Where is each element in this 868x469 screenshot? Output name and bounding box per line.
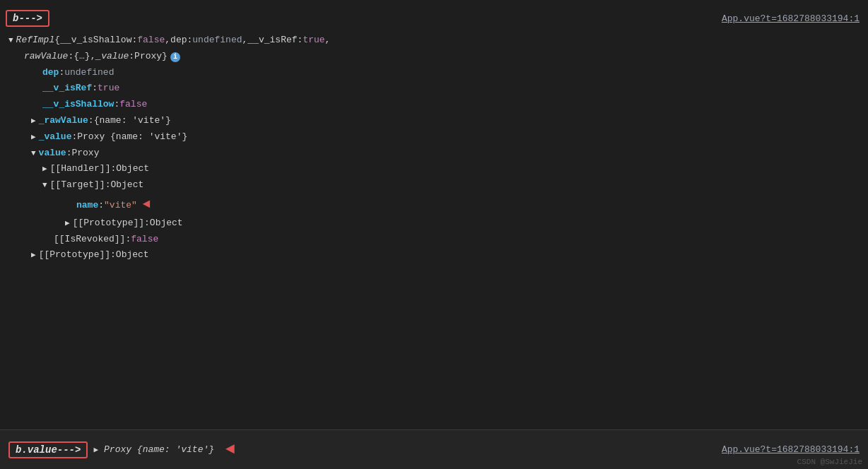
v-isshallow-key: __v_isShallow [42, 97, 114, 112]
handler-line: [[Handler]] : Object [8, 161, 868, 177]
summary-v-isshallow-val: false [137, 33, 165, 48]
top-bar: b---> App.vue?t=1682788033194:1 [0, 6, 868, 31]
value-proxy-key: _value [39, 130, 72, 145]
name-line: name : "vite" ◄ [8, 194, 868, 215]
prototype2-line: [[Prototype]] : Object [8, 247, 868, 263]
bottom-arrow-red: ◄ [225, 441, 235, 458]
isrevoked-key: [[IsRevoked]] [54, 232, 125, 247]
value-line: value : Proxy [8, 146, 868, 162]
isrevoked-val: false [131, 232, 158, 247]
top-file-link[interactable]: App.vue?t=1682788033194:1 [722, 13, 860, 24]
dep-key: dep [42, 66, 59, 81]
summary-v-isshallow-key: __v_isShallow [60, 33, 131, 48]
watermark: CSDN @SwJieJie [797, 458, 862, 466]
v-isref-val: true [98, 81, 119, 96]
bottom-left: b.value---> ▶ Proxy {name: 'vite'} ◄ [8, 441, 235, 458]
summary-dep-val: undefined [192, 33, 242, 48]
target-key: [[Target]] [50, 178, 105, 193]
refimpl-label: RefImpl [16, 33, 55, 48]
prototype1-line: [[Prototype]] : Object [8, 215, 868, 232]
tree-container: RefImpl { __v_isShallow : false , dep : … [0, 31, 868, 265]
summary-dep-key: dep [170, 33, 187, 48]
refimpl-toggle[interactable] [8, 35, 13, 47]
dep-line: dep : undefined [8, 65, 868, 81]
bottom-bar: b.value---> ▶ Proxy {name: 'vite'} ◄ App… [0, 429, 868, 469]
handler-key: [[Handler]] [50, 162, 111, 177]
refimpl-summary-line2: rawValue : {…} , _value : Proxy } i [8, 49, 868, 65]
v-isref-key: __v_isRef [42, 81, 92, 96]
summary-v-isref-val: true [303, 33, 324, 48]
isrevoked-line: [[IsRevoked]] : false [8, 232, 868, 248]
v-isshallow-val: false [119, 97, 147, 112]
info-icon[interactable]: i [170, 52, 180, 62]
bottom-value-section: ▶ Proxy {name: 'vite'} [93, 444, 214, 455]
prototype2-key: [[Prototype]] [39, 248, 110, 263]
prototype1-val: Object [150, 216, 183, 231]
v-isshallow-line: __v_isShallow : false [8, 97, 868, 113]
rawvalue-toggle[interactable] [31, 115, 36, 128]
target-val: Object [110, 178, 143, 193]
name-arrow: ◄ [143, 194, 151, 215]
rawvalue-line: _rawValue : {name: 'vite'} [8, 113, 868, 129]
prototype2-val: Object [116, 248, 149, 263]
top-expression-badge: b---> [6, 10, 49, 27]
target-line: [[Target]] : Object [8, 177, 868, 194]
value-proxy-val: Proxy {name: 'vite'} [77, 130, 187, 145]
prototype2-toggle[interactable] [31, 249, 36, 262]
value-label: Proxy [71, 146, 99, 161]
bottom-collapsed-arrow[interactable]: ▶ [93, 445, 98, 454]
dep-val: undefined [64, 66, 114, 81]
bottom-value-text: Proxy {name: 'vite'} [104, 444, 214, 455]
v-isref-line: __v_isRef : true [8, 81, 868, 97]
target-toggle[interactable] [42, 179, 47, 192]
value-key: value [39, 146, 66, 161]
bottom-file-link[interactable]: App.vue?t=1682788033194:1 [722, 444, 860, 455]
name-key: name [76, 198, 98, 213]
value-proxy-line: _value : Proxy {name: 'vite'} [8, 129, 868, 146]
summary-v-isref-key: __v_isRef [247, 33, 297, 48]
rawvalue-key: _rawValue [39, 114, 88, 129]
value-toggle[interactable] [31, 148, 36, 160]
prototype1-toggle[interactable] [65, 218, 70, 230]
value-proxy-toggle[interactable] [31, 131, 36, 144]
name-val: "vite" [104, 198, 137, 213]
rawvalue-val: {name: 'vite'} [94, 114, 171, 129]
handler-toggle[interactable] [42, 163, 47, 176]
bottom-expression-badge: b.value---> [8, 441, 88, 458]
handler-val: Object [116, 162, 149, 177]
debugger-panel: b---> App.vue?t=1682788033194:1 RefImpl … [0, 0, 868, 429]
refimpl-summary-line: RefImpl { __v_isShallow : false , dep : … [8, 32, 868, 49]
prototype1-key: [[Prototype]] [73, 216, 144, 231]
